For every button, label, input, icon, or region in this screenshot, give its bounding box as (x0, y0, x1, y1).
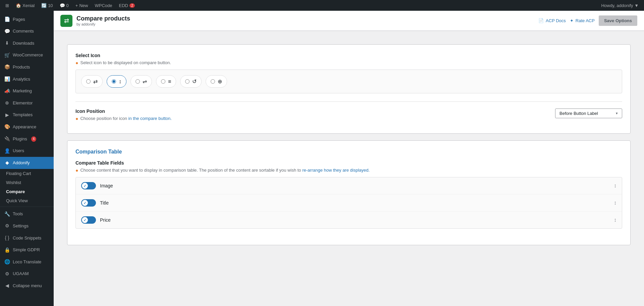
loco-icon: 🌐 (4, 259, 10, 265)
icon-option-refresh[interactable]: ↺ (180, 75, 202, 88)
new-content-button[interactable]: + New (73, 0, 91, 11)
addonify-icon: ◆ (4, 160, 10, 166)
sidebar-item-woocommerce[interactable]: 🛒 WooCommerce (0, 49, 54, 61)
wpcode-button[interactable]: WPCode (92, 0, 115, 11)
sidebar-loco-label: Loco Translate (13, 259, 41, 265)
wpcode-label: WPCode (95, 3, 112, 8)
sidebar-item-pages[interactable]: 📄 Pages (0, 13, 54, 26)
edd-badge: 2 (129, 3, 135, 8)
icon-option-sliders[interactable]: ≡ (156, 75, 176, 88)
sidebar-sub-floating-cart[interactable]: Floating Cart (0, 169, 54, 178)
marketing-icon: 📣 (4, 88, 10, 95)
sidebar-item-ugaam[interactable]: ⚙ UGAAM (0, 268, 54, 280)
sidebar-item-templates[interactable]: ▶ Templates (0, 109, 54, 121)
refresh-icon: ↺ (192, 78, 197, 85)
collapse-menu-button[interactable]: ◀ Collapse menu (0, 280, 54, 292)
image-drag-handle-icon[interactable]: ↕ (614, 183, 616, 189)
page-title-block: Compare products by addonify (76, 15, 130, 26)
sidebar-sub-compare[interactable]: Compare (0, 187, 54, 196)
icon-option-layers[interactable]: ⊕ (206, 75, 227, 88)
wp-logo-button[interactable]: ⊞ (3, 0, 12, 11)
sidebar-pages-label: Pages (13, 16, 25, 23)
sidebar-tools-label: Tools (13, 211, 23, 217)
sidebar-item-plugins[interactable]: 🔌 Plugins 4 (0, 133, 54, 145)
image-toggle[interactable] (81, 182, 96, 189)
price-field-label: Price (100, 217, 111, 223)
sidebar-divider (0, 207, 54, 207)
icon-position-row: Icon Position ● Choose position for icon… (75, 108, 622, 125)
sidebar-templates-label: Templates (13, 112, 33, 118)
icon-selector: ⇄ ↕ ⇌ (75, 70, 622, 93)
sidebar-item-code-snippets[interactable]: { } Code Snippets (0, 232, 54, 244)
sidebar-item-elementor[interactable]: ⊕ Elementor (0, 97, 54, 109)
site-name-button[interactable]: 🏠 Xenial (13, 0, 37, 11)
price-toggle[interactable] (81, 216, 96, 224)
icon-position-value: Before Button Label (559, 111, 598, 116)
icon-position-hint: ● Choose position for icon in the compar… (75, 116, 555, 121)
title-toggle[interactable] (81, 199, 96, 207)
table-row: Title ↕ (76, 194, 622, 212)
price-drag-handle-icon[interactable]: ↕ (614, 217, 616, 223)
save-options-button[interactable]: Save Options (599, 15, 637, 26)
icon-radio-shuffle[interactable] (136, 79, 140, 84)
main-content: ⇄ Compare products by addonify 📄 ACP Doc… (54, 11, 644, 306)
sidebar-item-marketing[interactable]: 📣 Marketing (0, 85, 54, 97)
shuffle-icon: ⇌ (143, 78, 147, 85)
sidebar-users-label: Users (13, 148, 24, 154)
icon-option-sort[interactable]: ↕ (107, 75, 126, 88)
sidebar-item-settings[interactable]: ⚙ Settings (0, 220, 54, 232)
acp-docs-link[interactable]: 📄 ACP Docs (538, 18, 566, 23)
sort-icon: ↕ (119, 79, 121, 85)
user-greeting[interactable]: Howdy, addonify ▼ (598, 0, 641, 11)
updates-button[interactable]: 🔄 10 (39, 0, 55, 11)
comments-button[interactable]: 💬 0 (57, 0, 71, 11)
icon-radio-arrows-h[interactable] (86, 79, 91, 84)
hint-dot-icon: ● (75, 60, 78, 65)
title-field-label: Title (100, 200, 109, 206)
plugins-badge: 4 (31, 136, 37, 142)
rate-acp-link[interactable]: ✦ Rate ACP (570, 18, 595, 23)
sidebar-item-downloads[interactable]: ⬇ Downloads (0, 37, 54, 49)
icon-radio-layers[interactable] (211, 79, 215, 84)
sidebar-code-label: Code Snippets (13, 235, 41, 241)
sidebar-item-products[interactable]: 📦 Products (0, 61, 54, 73)
sidebar-item-addonify[interactable]: ◆ Addonify (0, 157, 54, 169)
sidebar-item-users[interactable]: 👤 Users (0, 145, 54, 157)
select-icon-hint: ● Select icon to be displayed on compare… (75, 60, 622, 65)
sidebar-item-analytics[interactable]: 📊 Analytics (0, 73, 54, 85)
sidebar-item-appearance[interactable]: 🎨 Appearance (0, 121, 54, 133)
collapse-menu-label: Collapse menu (13, 283, 42, 289)
sidebar-sub-quick-view[interactable]: Quick View (0, 196, 54, 205)
icon-position-label: Icon Position (75, 108, 555, 114)
icon-position-select[interactable]: Before Button Label ▾ (555, 108, 622, 118)
sidebar-comments-label: Comments (13, 28, 34, 34)
updates-icon: 🔄 (41, 3, 47, 8)
comparison-table-title: Comparison Table (75, 149, 622, 155)
icon-radio-sliders[interactable] (161, 79, 165, 84)
sidebar-item-tools[interactable]: 🔧 Tools (0, 208, 54, 220)
downloads-icon: ⬇ (4, 40, 10, 47)
rate-acp-label: Rate ACP (576, 18, 595, 23)
comments-count: 0 (66, 3, 69, 8)
code-snippets-icon: { } (4, 235, 10, 242)
icon-option-arrows-h[interactable]: ⇄ (81, 75, 103, 88)
docs-icon: 📄 (538, 18, 544, 23)
title-drag-handle-icon[interactable]: ↕ (614, 200, 616, 206)
section-divider (75, 101, 622, 102)
pages-icon: 📄 (4, 16, 10, 23)
icon-position-right: Before Button Label ▾ (555, 108, 622, 118)
site-name-label: Xenial (22, 3, 35, 8)
icon-radio-refresh[interactable] (185, 79, 190, 84)
sidebar-item-simple-gdpr[interactable]: 🔒 Simple GDPR (0, 244, 54, 256)
icon-radio-sort[interactable] (112, 79, 116, 84)
templates-icon: ▶ (4, 112, 10, 119)
sidebar-sub-wishlist[interactable]: Wishlist (0, 178, 54, 187)
home-icon: 🏠 (16, 3, 21, 8)
sidebar-appearance-label: Appearance (13, 124, 36, 130)
collapse-icon: ◀ (4, 282, 10, 289)
floating-cart-label: Floating Cart (6, 171, 31, 176)
sidebar-item-loco-translate[interactable]: 🌐 Loco Translate (0, 256, 54, 268)
edd-button[interactable]: EDD 2 (116, 0, 137, 11)
icon-option-shuffle[interactable]: ⇌ (130, 75, 152, 88)
sidebar-item-comments[interactable]: 💬 Comments (0, 26, 54, 38)
